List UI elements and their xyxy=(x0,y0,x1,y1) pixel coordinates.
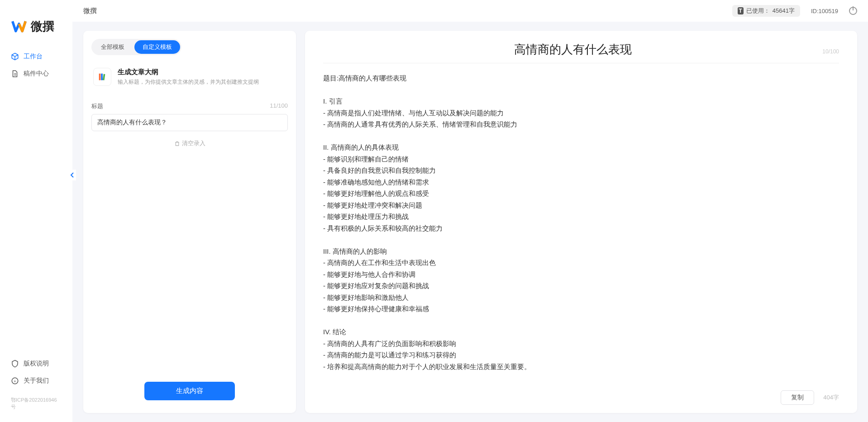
template-title: 生成文章大纲 xyxy=(118,68,259,76)
sidebar: 微撰 工作台 稿件中心 版权说明 关于我们 鄂ICP备2022016946号 xyxy=(0,0,72,422)
footer-item-label: 关于我们 xyxy=(24,377,49,385)
panel-left: 全部模板 自定义模板 生成文章大纲 输入标题，为你提供文章主体的灵感，并为其创建… xyxy=(83,31,296,413)
title-field-group: 标题 11/100 xyxy=(91,102,288,131)
text-icon: T xyxy=(738,7,744,14)
tab-custom-templates[interactable]: 自定义模板 xyxy=(134,40,180,54)
topbar-right: T 已使用： 45641字 ID:100519 xyxy=(732,5,858,17)
document-icon xyxy=(11,70,19,78)
clear-button[interactable]: 清空录入 xyxy=(174,139,205,147)
power-icon[interactable] xyxy=(849,7,857,15)
copy-button[interactable]: 复制 xyxy=(781,390,814,405)
field-count: 11/100 xyxy=(270,102,288,110)
panel-right-footer: 复制 404字 xyxy=(781,390,839,405)
svg-rect-3 xyxy=(103,74,105,80)
user-id: ID:100519 xyxy=(811,8,838,14)
nav-items: 工作台 稿件中心 xyxy=(0,48,72,355)
usage-value: 45641字 xyxy=(773,7,795,15)
tab-all-templates[interactable]: 全部模板 xyxy=(93,40,133,54)
template-card[interactable]: 生成文章大纲 输入标题，为你提供文章主体的灵感，并为其创建推文提纲 xyxy=(91,64,288,90)
template-desc: 输入标题，为你提供文章主体的灵感，并为其创建推文提纲 xyxy=(118,78,259,86)
footer-item-label: 版权说明 xyxy=(24,360,49,368)
info-icon xyxy=(11,377,19,385)
topbar-title: 微撰 xyxy=(83,7,97,15)
footer-item-about[interactable]: 关于我们 xyxy=(11,372,62,389)
template-tabs: 全部模板 自定义模板 xyxy=(91,39,181,55)
logo-text: 微撰 xyxy=(31,19,54,34)
trash-icon xyxy=(174,141,180,147)
sidebar-footer: 版权说明 关于我们 xyxy=(0,355,72,394)
usage-prefix: 已使用： xyxy=(746,7,770,15)
panel-right: 高情商的人有什么表现 10/100 题目:高情商的人有哪些表现 I. 引言 - … xyxy=(305,31,857,413)
template-info: 生成文章大纲 输入标题，为你提供文章主体的灵感，并为其创建推文提纲 xyxy=(118,68,259,86)
icp-text: 鄂ICP备2022016946号 xyxy=(0,394,72,413)
nav-item-workspace[interactable]: 工作台 xyxy=(0,48,72,65)
nav-item-label: 稿件中心 xyxy=(24,70,49,78)
chevron-left-icon xyxy=(70,172,75,178)
books-icon xyxy=(97,72,107,82)
doc-title-count: 10/100 xyxy=(822,48,839,55)
logo-icon xyxy=(11,18,27,34)
template-icon xyxy=(93,68,111,86)
title-input[interactable] xyxy=(91,114,288,131)
field-label: 标题 xyxy=(91,102,103,110)
logo[interactable]: 微撰 xyxy=(0,9,72,48)
word-count: 404字 xyxy=(823,394,839,402)
content: 全部模板 自定义模板 生成文章大纲 输入标题，为你提供文章主体的灵感，并为其创建… xyxy=(72,22,868,422)
doc-title[interactable]: 高情商的人有什么表现 xyxy=(323,42,822,57)
usage-badge[interactable]: T 已使用： 45641字 xyxy=(732,5,801,17)
svg-rect-2 xyxy=(101,74,103,81)
doc-body[interactable]: 题目:高情商的人有哪些表现 I. 引言 - 高情商是指人们处理情绪、与他人互动以… xyxy=(323,72,839,372)
shield-icon xyxy=(11,360,19,368)
nav-item-label: 工作台 xyxy=(24,52,43,61)
svg-rect-1 xyxy=(99,74,101,81)
topbar: 微撰 T 已使用： 45641字 ID:100519 xyxy=(72,0,868,22)
main: 微撰 T 已使用： 45641字 ID:100519 全部模板 自定义模板 xyxy=(72,0,868,422)
generate-button[interactable]: 生成内容 xyxy=(144,382,235,400)
collapse-handle[interactable] xyxy=(69,170,76,180)
footer-item-copyright[interactable]: 版权说明 xyxy=(11,355,62,372)
nav-item-drafts[interactable]: 稿件中心 xyxy=(0,65,72,82)
cube-icon xyxy=(11,52,19,61)
doc-title-row: 高情商的人有什么表现 10/100 xyxy=(323,42,839,63)
clear-label: 清空录入 xyxy=(182,139,205,147)
